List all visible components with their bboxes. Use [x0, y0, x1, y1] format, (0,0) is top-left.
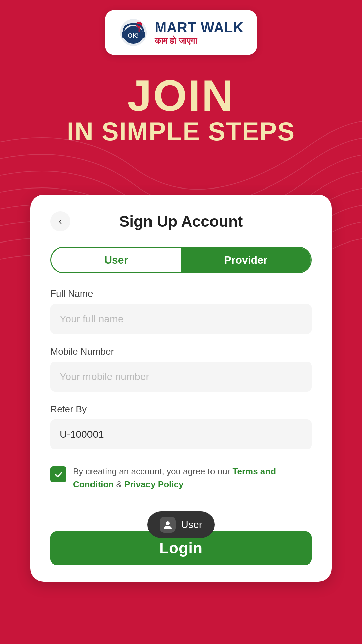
- refer-label: Refer By: [50, 404, 312, 415]
- brand-name: MART WALK: [155, 19, 244, 36]
- terms-text: By creating an account, you agree to our…: [73, 465, 312, 491]
- brand-tagline: काम हो जाएगा: [155, 36, 244, 46]
- card-header: ‹ Sign Up Account: [50, 211, 312, 231]
- refer-input[interactable]: [50, 419, 312, 449]
- user-badge-label: User: [181, 519, 202, 530]
- card-title: Sign Up Account: [70, 212, 292, 230]
- full-name-input[interactable]: [50, 304, 312, 334]
- logo-icon: OK!: [118, 17, 148, 48]
- logo-container: OK! MART WALK काम हो जाएगा: [105, 10, 257, 55]
- svg-rect-4: [122, 32, 126, 38]
- mobile-label: Mobile Number: [50, 346, 312, 357]
- full-name-field-group: Full Name: [50, 288, 312, 346]
- user-badge-icon: [160, 517, 176, 533]
- user-badge: User: [147, 511, 214, 538]
- terms-checkbox[interactable]: [50, 466, 66, 482]
- signup-card: ‹ Sign Up Account User Provider Full Nam…: [30, 195, 332, 582]
- terms-area: By creating an account, you agree to our…: [50, 465, 312, 491]
- headline-join: JOIN: [0, 74, 362, 117]
- card-bottom: User Login: [50, 511, 312, 565]
- headline: JOIN IN SIMPLE STEPS: [0, 74, 362, 146]
- privacy-link[interactable]: Privacy Policy: [124, 479, 183, 489]
- mobile-input[interactable]: [50, 362, 312, 392]
- toggle-user-button[interactable]: User: [51, 248, 181, 272]
- logo-text: MART WALK काम हो जाएगा: [155, 19, 244, 46]
- toggle-provider-button[interactable]: Provider: [181, 248, 311, 272]
- svg-text:OK!: OK!: [128, 32, 139, 39]
- mobile-field-group: Mobile Number: [50, 346, 312, 404]
- full-name-label: Full Name: [50, 288, 312, 299]
- refer-field-group: Refer By: [50, 404, 312, 462]
- back-button[interactable]: ‹: [50, 211, 70, 231]
- svg-point-6: [166, 521, 170, 525]
- svg-rect-5: [141, 32, 145, 38]
- role-toggle: User Provider: [50, 247, 312, 273]
- headline-sub: IN SIMPLE STEPS: [0, 117, 362, 146]
